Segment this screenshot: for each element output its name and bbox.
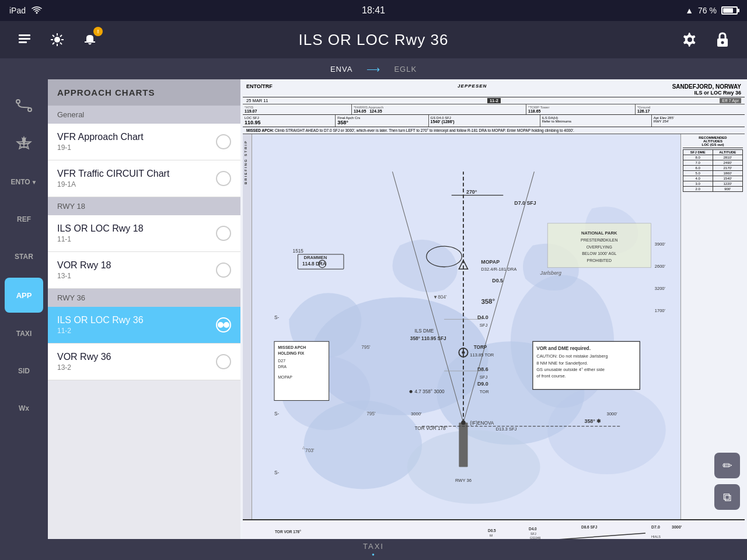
- svg-line-12: [53, 43, 54, 44]
- bottom-tab-label[interactable]: TAXI: [363, 542, 384, 551]
- left-nav: ENTO ▼ REF STAR APP TAXI SID Wx: [0, 79, 48, 539]
- chart-jeppesen-logo: JEPPESEN: [458, 83, 487, 89]
- svg-text:3000': 3000': [606, 411, 617, 416]
- nav-item-app[interactable]: APP: [5, 278, 43, 313]
- ento-label: ENTO: [11, 178, 30, 186]
- svg-text:BELOW 1000' AGL: BELOW 1000' AGL: [582, 251, 616, 256]
- svg-text:RWY 36: RWY 36: [455, 478, 472, 483]
- chart-item-vfr-circuit[interactable]: VFR Traffic CIRCUIT Chart 19-1A: [48, 160, 240, 197]
- chart-item-vor-18[interactable]: VOR Rwy 18 13-1: [48, 252, 240, 289]
- svg-text:NATIONAL PARK: NATIONAL PARK: [581, 230, 617, 236]
- title-bar: ! ILS OR LOC Rwy 36: [0, 21, 747, 58]
- brightness-icon[interactable]: [47, 29, 68, 50]
- airport-tabs: ENVA ⟶ EGLK: [0, 58, 747, 79]
- svg-text:CAUTION: Do not mistake Jarlsb: CAUTION: Do not mistake Jarlsberg: [536, 354, 608, 359]
- chart-radio[interactable]: [216, 226, 231, 241]
- notes-icon[interactable]: [14, 29, 35, 50]
- ground-freq: 126.17: [637, 109, 743, 113]
- settings-icon[interactable]: [679, 29, 700, 50]
- svg-point-0: [36, 12, 38, 13]
- svg-text:D8.6 SFJ: D8.6 SFJ: [581, 525, 598, 529]
- section-rwy18: RWY 18: [48, 197, 240, 215]
- tab-eglk[interactable]: EGLK: [382, 61, 428, 77]
- content-area: ENTO/TRF JEPPESEN SANDEFJORD, NORWAY ILS…: [240, 79, 747, 539]
- copy-fab[interactable]: ⧉: [714, 484, 740, 510]
- title-right: [679, 29, 733, 50]
- chart-name: ILS OR LOC Rwy 18: [57, 223, 144, 234]
- svg-text:of front course.: of front course.: [536, 373, 566, 379]
- chart-radio[interactable]: [216, 171, 231, 186]
- svg-text:D7.0 SFJ: D7.0 SFJ: [514, 200, 536, 206]
- svg-text:GS1946: GS1946: [530, 536, 541, 539]
- svg-text:S-: S-: [274, 470, 279, 475]
- svg-text:795': 795': [366, 411, 376, 416]
- svg-rect-34: [459, 423, 467, 467]
- svg-text:GS unusable outside 4° either : GS unusable outside 4° either side: [536, 367, 605, 372]
- svg-text:D9.0: D9.0: [477, 381, 488, 387]
- chart-item-ils-18[interactable]: ILS OR LOC Rwy 18 11-1: [48, 215, 240, 252]
- chart-date-row: 25 MAR 11 11-2 Eff 7 Apr: [243, 97, 745, 104]
- svg-point-81: [461, 421, 466, 425]
- taxi-label: TAXI: [16, 330, 32, 338]
- profile-svg: TOR VOR 178° 3000' RWY D0.5 M D4.0 S: [246, 522, 741, 539]
- svg-text:D0.5: D0.5: [488, 528, 496, 533]
- gs-value: 1540' (1286'): [431, 120, 538, 124]
- svg-text:△: △: [302, 445, 305, 449]
- chart-radio[interactable]: [216, 262, 231, 278]
- svg-point-45: [462, 351, 465, 354]
- svg-text:3000': 3000': [411, 411, 422, 416]
- nav-item-wx[interactable]: Wx: [0, 391, 48, 426]
- alt-val: 900': [713, 186, 743, 191]
- nav-item-ento[interactable]: ENTO ▼: [0, 164, 48, 200]
- svg-text:M: M: [490, 534, 493, 537]
- svg-text:VOR and DME required.: VOR and DME required.: [536, 346, 591, 351]
- ils-value: Refer to Minimums: [542, 120, 650, 123]
- chart-container[interactable]: ENTO/TRF JEPPESEN SANDEFJORD, NORWAY ILS…: [240, 79, 747, 539]
- nav-item-flight[interactable]: [0, 127, 48, 162]
- chart-item-vfr-approach[interactable]: VFR Approach Chart 19-1: [48, 124, 240, 160]
- svg-text:2600': 2600': [655, 264, 666, 269]
- alt-table-header: RECOMMENDEDALTITUDESLOC (GS out): [683, 136, 743, 148]
- battery-percentage: 76 %: [698, 6, 717, 15]
- fab-container: ✏ ⧉: [714, 453, 740, 510]
- nav-item-route[interactable]: [0, 90, 48, 125]
- svg-rect-2: [19, 38, 30, 40]
- airplane-icon: [16, 135, 32, 155]
- svg-text:MOPAP: MOPAP: [481, 259, 500, 265]
- svg-text:8 NM NNE for Sandefjord.: 8 NM NNE for Sandefjord.: [536, 360, 588, 366]
- svg-text:S-: S-: [274, 315, 279, 320]
- chart-radio[interactable]: [216, 134, 231, 149]
- tab-enva[interactable]: ENVA: [319, 61, 364, 77]
- lock-icon[interactable]: [712, 29, 733, 50]
- svg-text:3000': 3000': [672, 525, 682, 529]
- svg-text:D27: D27: [278, 359, 285, 363]
- alt-table-cols: SFJ DME ALTITUDE 8.0 2810' 7.0 2490' 6.0…: [683, 149, 743, 192]
- nav-item-ref[interactable]: REF: [0, 202, 48, 237]
- alt-row: 3.0: [683, 181, 713, 186]
- wifi-icon: [32, 6, 42, 16]
- edit-icon: ✏: [722, 459, 732, 473]
- chart-radio-active[interactable]: [216, 317, 231, 332]
- farris-freq: 134.05 124.35: [354, 109, 524, 113]
- nav-item-star[interactable]: STAR: [0, 239, 48, 274]
- chart-name: VOR Rwy 18: [57, 260, 111, 271]
- chart-item-vor-36[interactable]: VOR Rwy 36 13-2: [48, 344, 240, 380]
- chart-radio[interactable]: [216, 354, 231, 369]
- edit-fab[interactable]: ✏: [714, 453, 740, 478]
- svg-text:3200': 3200': [655, 286, 666, 291]
- nav-item-taxi[interactable]: TAXI: [0, 316, 48, 351]
- notification-icon[interactable]: !: [79, 29, 100, 50]
- nav-item-sid[interactable]: SID: [0, 354, 48, 388]
- chart-item-ils-36[interactable]: ILS OR LOC Rwy 36 11-2: [48, 307, 240, 344]
- status-left: iPad: [9, 6, 42, 16]
- briefing-strip: BRIEFING STRIP: [243, 134, 252, 519]
- svg-text:358°: 358°: [481, 298, 495, 305]
- svg-text:▼804': ▼804': [433, 295, 447, 300]
- svg-rect-3: [19, 41, 27, 43]
- chart-airport-code: ENTO/TRF: [246, 83, 273, 89]
- rwy-label: RWY 254': [654, 120, 743, 123]
- svg-text:3900': 3900': [655, 242, 666, 247]
- svg-rect-1: [19, 34, 30, 36]
- chart-date: 25 MAR 11: [246, 98, 268, 103]
- missed-approach: MISSED APCH: Climb STRAIGHT AHEAD to D7.…: [243, 127, 745, 134]
